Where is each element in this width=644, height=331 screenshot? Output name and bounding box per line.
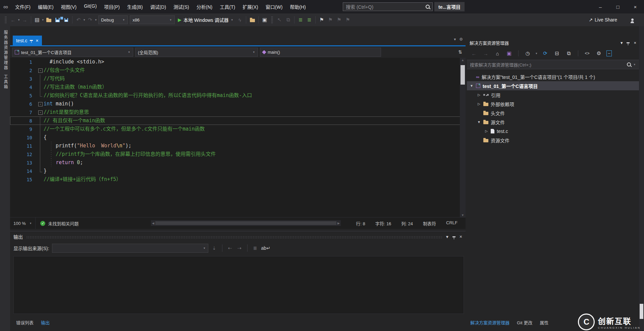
solution-configuration-dropdown[interactable]: Debug ▾ bbox=[98, 15, 128, 24]
show-all-files-button[interactable]: – bbox=[606, 50, 612, 56]
code-line-1[interactable]: 1 #include <stdio.h> bbox=[10, 58, 466, 66]
fold-gutter[interactable]: - bbox=[38, 108, 44, 116]
properties-wrench-icon[interactable]: ⚙ bbox=[595, 49, 603, 58]
scope-dropdown[interactable]: (全局范围) ▾ bbox=[135, 48, 258, 57]
code-line-9[interactable]: 9//一个工程中可以有多个.c文件，但是多个.c文件只能有一个main函数 bbox=[10, 125, 466, 133]
clear-bookmarks-button[interactable]: ⚑ bbox=[343, 15, 352, 24]
solution-platform-dropdown[interactable]: x86 ▾ bbox=[130, 15, 175, 24]
clear-all-icon[interactable]: ≣ bbox=[252, 245, 259, 251]
chevron-down-icon[interactable]: ▾ bbox=[535, 52, 538, 55]
navigate-forward-button[interactable]: → bbox=[20, 15, 29, 24]
pin-icon[interactable] bbox=[30, 40, 33, 41]
code-line-11[interactable]: 11 printf("Hello World\n"); bbox=[10, 142, 466, 150]
left-strip-tab-1[interactable]: 工具箱 bbox=[3, 75, 8, 90]
previous-bookmark-button[interactable]: ⚑ bbox=[326, 15, 335, 24]
output-content[interactable] bbox=[13, 256, 464, 314]
scroll-right-icon[interactable]: ▶ bbox=[337, 222, 340, 225]
new-project-dropdown-icon[interactable]: ▾ bbox=[42, 18, 45, 21]
code-line-4[interactable]: 4//写出主函数（main函数） bbox=[10, 83, 466, 91]
undo-button[interactable]: ↶ bbox=[74, 15, 83, 24]
member-dropdown[interactable]: main() bbox=[260, 48, 381, 57]
menu-item-6[interactable]: 调试(D) bbox=[147, 0, 170, 13]
menu-item-1[interactable]: 编辑(E) bbox=[34, 0, 57, 13]
tree-item-6[interactable]: ▷test.c bbox=[467, 127, 639, 136]
next-bookmark-button[interactable]: ⚑ bbox=[335, 15, 343, 24]
menu-item-9[interactable]: 工具(T) bbox=[216, 0, 239, 13]
quick-search-box[interactable]: 搜索 (Ctrl+Q) bbox=[343, 2, 433, 11]
editor-options-icon[interactable]: ⚙ bbox=[459, 37, 463, 42]
tab-test-c[interactable]: test.c × bbox=[13, 36, 42, 45]
collapse-all-icon[interactable]: ⊟ bbox=[553, 49, 561, 58]
switch-views-icon[interactable]: ▣ bbox=[505, 49, 514, 58]
tree-expander-icon[interactable]: ▷ bbox=[477, 102, 481, 106]
indent-button[interactable]: ≣ bbox=[296, 15, 305, 24]
tree-expander-icon[interactable]: ▼ bbox=[470, 84, 474, 88]
code-line-5[interactable]: 5//如何执行呢？C语言是从主函数的第一行开始执行的，所以C语言代码中得有mai… bbox=[10, 91, 466, 100]
project-dropdown[interactable]: test_01_第一个C语言项目 ▾ bbox=[12, 48, 133, 57]
code-line-2[interactable]: 2-//包含一个头文件 bbox=[10, 66, 466, 75]
right-bottom-tab-2[interactable]: 属性 bbox=[536, 318, 552, 327]
select-tool-button[interactable]: ↖ bbox=[275, 15, 284, 24]
se-forward-button[interactable]: → bbox=[481, 49, 490, 58]
menu-item-4[interactable]: 项目(P) bbox=[100, 0, 123, 13]
scrollbar-thumb[interactable] bbox=[461, 65, 465, 85]
solution-explorer-search-box[interactable]: 搜索解决方案资源管理器(Ctrl+;) ▾ bbox=[467, 60, 639, 69]
word-wrap-icon[interactable]: ab↵ bbox=[261, 245, 270, 251]
menu-item-3[interactable]: Git(G) bbox=[80, 0, 100, 13]
tree-item-1[interactable]: ▼test_01_第一个C语言项目 bbox=[467, 81, 639, 90]
open-file-button[interactable] bbox=[44, 15, 53, 24]
save-all-button[interactable] bbox=[62, 15, 70, 24]
zoom-dropdown[interactable]: 100 % ▾ bbox=[10, 218, 36, 229]
minimize-button[interactable]: – bbox=[592, 0, 609, 13]
navigate-back-dropdown-icon[interactable]: ▾ bbox=[17, 18, 20, 21]
health-check-icon[interactable]: ✓ bbox=[40, 221, 45, 226]
window-position-icon[interactable]: ▾ bbox=[446, 234, 448, 239]
window-position-icon[interactable]: ▾ bbox=[621, 40, 623, 45]
active-files-dropdown-icon[interactable]: ▾ bbox=[454, 37, 456, 42]
previous-message-icon[interactable]: ⇠ bbox=[227, 245, 233, 251]
menu-item-11[interactable]: 窗口(W) bbox=[262, 0, 286, 13]
collapse-box-icon[interactable]: - bbox=[38, 110, 43, 115]
undo-dropdown-icon[interactable]: ▾ bbox=[83, 18, 86, 21]
pin-icon[interactable] bbox=[452, 236, 455, 237]
menu-item-10[interactable]: 扩展(X) bbox=[239, 0, 262, 13]
code-editor[interactable]: 1 #include <stdio.h>2-//包含一个头文件3//写代码4//… bbox=[10, 58, 466, 218]
start-debugging-button[interactable]: ▶ 本地 Windows 调试器 ▾ bbox=[176, 16, 235, 23]
code-line-8[interactable]: 8// 有且仅有一个main函数 bbox=[10, 116, 466, 125]
menu-item-8[interactable]: 分析(N) bbox=[193, 0, 216, 13]
tree-expander-icon[interactable]: ▼ bbox=[477, 120, 481, 124]
code-line-14[interactable]: 14} bbox=[10, 167, 466, 175]
next-message-icon[interactable]: ⇢ bbox=[236, 245, 243, 251]
bottom-tab-1[interactable]: 输出 bbox=[38, 318, 53, 327]
menu-item-5[interactable]: 生成(B) bbox=[123, 0, 147, 13]
code-line-13[interactable]: 13 return 0; bbox=[10, 158, 466, 167]
tree-item-3[interactable]: ▷外部依赖项 bbox=[467, 99, 639, 108]
pending-changes-filter-icon[interactable]: ◷ bbox=[523, 49, 532, 58]
navigate-back-button[interactable]: ← bbox=[9, 15, 17, 24]
scroll-up-icon[interactable]: ▲ bbox=[460, 58, 466, 62]
redo-dropdown-icon[interactable]: ▾ bbox=[95, 18, 98, 21]
code-line-7[interactable]: 7-//int是整型的意思 bbox=[10, 108, 466, 116]
tree-item-5[interactable]: ▼源文件 bbox=[467, 117, 639, 127]
close-panel-icon[interactable]: × bbox=[634, 40, 636, 45]
collapse-box-icon[interactable]: - bbox=[38, 68, 43, 73]
live-share-button[interactable]: ↗ Live Share bbox=[589, 17, 617, 22]
code-line-15[interactable]: 15//编译+链接+运行代码（fn+f5） bbox=[10, 175, 466, 184]
menu-item-0[interactable]: 文件(F) bbox=[11, 0, 34, 13]
bottom-tab-0[interactable]: 错误列表 bbox=[13, 318, 37, 327]
refresh-icon[interactable]: ⟳ bbox=[541, 49, 550, 58]
fold-gutter[interactable]: - bbox=[38, 66, 44, 75]
left-strip-tab-0[interactable]: 服务器资源管理器 bbox=[3, 30, 8, 70]
tree-expander-icon[interactable]: ▷ bbox=[477, 93, 481, 97]
menu-item-2[interactable]: 视图(V) bbox=[57, 0, 80, 13]
code-line-12[interactable]: 12 //printf为一个库函数，在屏幕上打印信息的意思，使用需引用头文件 bbox=[10, 150, 466, 158]
code-line-10[interactable]: 10{ bbox=[10, 133, 466, 142]
pin-icon[interactable] bbox=[627, 42, 630, 43]
right-scrollbar[interactable] bbox=[639, 26, 644, 331]
se-home-button[interactable]: ⌂ bbox=[493, 49, 502, 58]
tree-item-7[interactable]: 资源文件 bbox=[467, 136, 639, 145]
new-project-button[interactable]: ▤ bbox=[33, 15, 42, 24]
toggle-bookmark-button[interactable]: ⚑ bbox=[317, 15, 326, 24]
toolbar-grip[interactable] bbox=[271, 16, 273, 23]
outdent-button[interactable]: ≣ bbox=[305, 15, 314, 24]
